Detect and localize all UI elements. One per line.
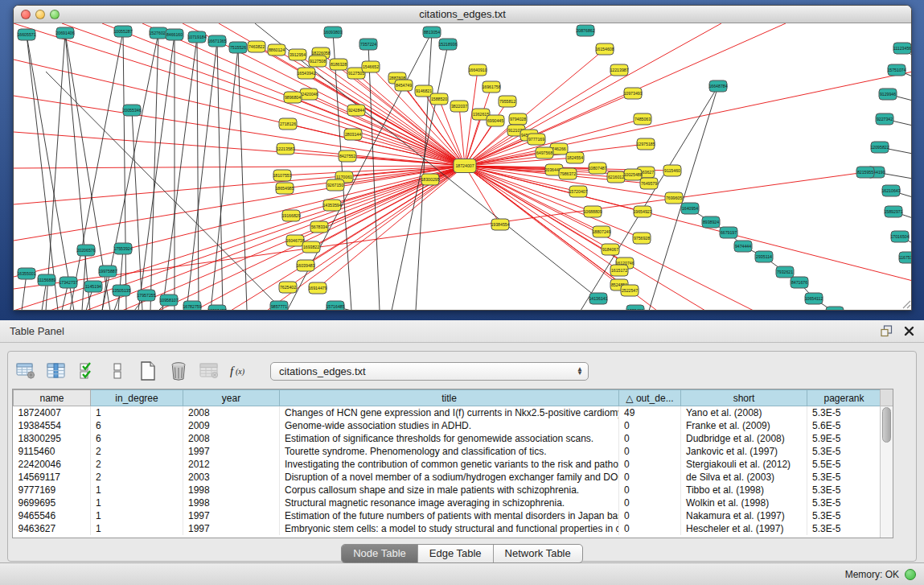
table-cell[interactable]: Structural magnetic resonance image aver… — [280, 496, 619, 509]
graph-node[interactable]: 7649579 — [640, 178, 658, 189]
graph-node[interactable]: 17957255 — [137, 290, 155, 301]
table-cell[interactable]: 14569117 — [14, 471, 91, 484]
graph-node[interactable]: 16039483 — [296, 260, 314, 271]
table-cell[interactable]: 6 — [91, 432, 183, 445]
table-row[interactable]: 1938455462009Genome-wide association stu… — [14, 419, 881, 432]
graph-node[interactable]: 16782759 — [183, 301, 201, 311]
table-cell[interactable]: 5.3E-5 — [807, 471, 881, 484]
table-cell[interactable]: 0 — [619, 445, 681, 458]
graph-node[interactable]: 18654985 — [275, 183, 294, 194]
table-cell[interactable]: 0 — [619, 471, 681, 484]
graph-node[interactable]: 8938924 — [702, 216, 720, 228]
table-cell[interactable]: 1998 — [183, 484, 280, 496]
table-cell[interactable]: 22420046 — [14, 458, 91, 471]
tab-node-table[interactable]: Node Table — [342, 545, 418, 562]
graph-node[interactable]: 6679197 — [720, 227, 737, 238]
table-row[interactable]: 946362711997Embryonic stem cells: a mode… — [14, 522, 881, 535]
graph-node[interactable]: 8860124 — [268, 44, 285, 56]
graph-node[interactable]: 9756928 — [633, 233, 651, 244]
graph-node[interactable]: 19975887 — [98, 266, 117, 277]
graph-node[interactable]: 18300295 — [421, 174, 439, 185]
table-row[interactable]: 977716911998Corpus callosum shape and si… — [14, 484, 881, 496]
table-cell[interactable]: 1997 — [183, 522, 280, 535]
table-cell[interactable]: 5.3E-5 — [807, 509, 881, 522]
graph-node[interactable]: 16605571 — [17, 29, 35, 40]
table-row[interactable]: 2242004622012Investigating the contribut… — [14, 458, 881, 471]
column-header-name[interactable]: name — [14, 390, 91, 406]
graph-node[interactable]: 9267150 — [326, 179, 344, 191]
table-cell[interactable]: Yano et al. (2008) — [681, 406, 807, 419]
graph-node[interactable]: 12213583 — [276, 143, 294, 154]
graph-node[interactable]: 7955812 — [499, 96, 516, 107]
table-cell[interactable]: 2009 — [183, 419, 280, 432]
graph-node[interactable]: 16648784 — [708, 80, 727, 92]
graph-node[interactable]: 17553924 — [113, 243, 132, 254]
table-cell[interactable]: 1997 — [183, 445, 280, 458]
table-cell[interactable]: 2008 — [183, 406, 280, 419]
table-cell[interactable]: Tourette syndrome. Phenomenology and cla… — [280, 445, 619, 458]
graph-node[interactable]: 10807487 — [588, 163, 606, 174]
graph-node[interactable]: 12095822 — [870, 142, 889, 153]
table-cell[interactable]: 18300295 — [14, 432, 91, 445]
graph-node[interactable]: 14353594 — [322, 200, 341, 211]
column-header-title[interactable]: title — [280, 390, 619, 406]
graph-node[interactable]: 7699605 — [665, 192, 683, 204]
graph-node[interactable]: 16543942 — [297, 68, 315, 79]
table-cell[interactable]: 1 — [91, 484, 183, 496]
graph-node[interactable]: 18107553 — [273, 170, 291, 181]
graph-node[interactable]: 5678334 — [310, 221, 328, 233]
table-cell[interactable]: 0 — [619, 496, 681, 509]
graph-node[interactable]: 20876862 — [576, 25, 594, 36]
graph-node[interactable]: 1733426 — [626, 305, 644, 311]
graph-node[interactable]: 7625402 — [279, 282, 297, 293]
table-cell[interactable]: 0 — [619, 522, 681, 535]
close-icon[interactable] — [904, 326, 914, 336]
column-header-out_de[interactable]: △ out_de... — [619, 390, 681, 406]
table-settings-icon[interactable] — [14, 360, 37, 382]
new-table-icon[interactable] — [137, 360, 159, 382]
graph-node[interactable]: 10719184 — [187, 31, 206, 43]
delete-icon[interactable] — [167, 360, 190, 382]
graph-node[interactable]: 16355001 — [17, 268, 35, 279]
graph-node[interactable]: 16961758 — [482, 81, 500, 93]
graph-node[interactable]: 9129946 — [879, 89, 897, 100]
graph-node[interactable]: 9857771 — [270, 301, 288, 311]
graph-node[interactable]: 9896804 — [284, 92, 302, 103]
graph-node[interactable]: 19384554 — [491, 219, 509, 230]
table-cell[interactable]: 19384554 — [14, 419, 91, 432]
graph-node[interactable]: 9146821 — [415, 85, 433, 97]
table-row[interactable]: 969969511998Structural magnetic resonanc… — [14, 496, 881, 509]
table-cell[interactable]: Estimation of significance thresholds fo… — [280, 432, 619, 445]
table-cell[interactable]: Dudbridge et al. (2008) — [681, 432, 807, 445]
select-columns-icon[interactable] — [76, 360, 98, 382]
table-cell[interactable]: Genome-wide association studies in ADHD. — [280, 419, 619, 432]
graph-node[interactable]: 6990445 — [487, 115, 504, 126]
graph-node[interactable]: 9227342 — [876, 113, 893, 125]
graph-node[interactable]: 1615172 — [610, 265, 628, 276]
graph-node[interactable]: 10973493 — [623, 88, 642, 99]
graph-node[interactable]: 10025488 — [623, 169, 642, 180]
table-cell[interactable]: Changes of HCN gene expression and I(f) … — [280, 406, 619, 419]
graph-node[interactable]: 9242844 — [347, 105, 365, 116]
table-cell[interactable]: 1 — [91, 496, 183, 509]
graph-node[interactable]: 8813054 — [423, 27, 441, 38]
table-cell[interactable]: 0 — [619, 484, 681, 496]
graph-node[interactable]: 20206576 — [76, 245, 95, 256]
table-cell[interactable]: 5.6E-5 — [807, 419, 881, 432]
table-cell[interactable]: Embryonic stem cells: a model to study s… — [280, 522, 619, 535]
table-cell[interactable]: 6 — [91, 419, 183, 432]
graph-node[interactable]: 16154608 — [595, 43, 614, 55]
graph-node[interactable]: 8466160 — [166, 29, 183, 40]
graph-node[interactable]: 17342737 — [59, 277, 77, 288]
graph-node[interactable]: 2935114 — [755, 251, 773, 262]
graph-node[interactable]: 16640910 — [468, 64, 487, 76]
tab-edge-table[interactable]: Edge Table — [418, 545, 494, 562]
table-cell[interactable]: 9463627 — [14, 522, 91, 535]
graph-node[interactable]: 16210643 — [881, 185, 900, 196]
table-cell[interactable]: 2 — [91, 445, 183, 458]
table-cell[interactable]: 2 — [91, 471, 183, 484]
table-column-icon[interactable] — [45, 360, 68, 382]
rows-icon[interactable] — [106, 360, 129, 382]
graph-node[interactable]: 13505135 — [112, 285, 130, 296]
graph-node[interactable]: 16093803 — [323, 27, 342, 38]
